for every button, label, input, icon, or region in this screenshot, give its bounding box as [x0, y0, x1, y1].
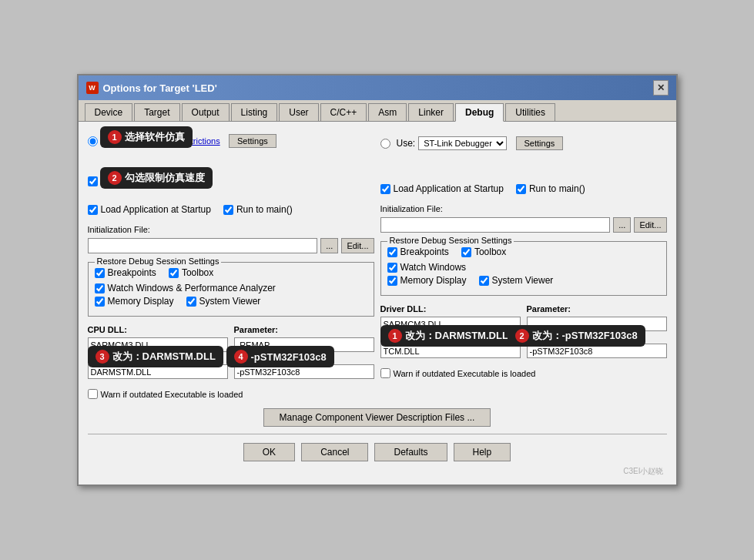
- right-edit-button[interactable]: Edit...: [634, 217, 666, 233]
- right-memory-label: Memory Display: [400, 275, 467, 286]
- right-warn-checkbox[interactable]: [380, 368, 390, 378]
- right-sysviewer-label: System Viewer: [492, 275, 554, 286]
- tab-cpp[interactable]: C/C++: [320, 103, 367, 121]
- left-toolbox-row: Toolbox: [169, 267, 213, 278]
- left-watch-checkbox[interactable]: [95, 283, 105, 293]
- left-mem-sysviewer-row: Memory Display System Viewer: [95, 296, 367, 309]
- right-browse-button[interactable]: ...: [613, 217, 631, 233]
- left-init-file-input[interactable]: [88, 238, 318, 253]
- tab-listing[interactable]: Listing: [231, 103, 278, 121]
- keil-icon: W: [86, 82, 99, 94]
- tab-output[interactable]: Output: [182, 103, 230, 121]
- left-restore-group-title: Restore Debug Session Settings: [95, 257, 222, 266]
- left-edit-button[interactable]: Edit...: [341, 238, 374, 253]
- badge-1: 1: [108, 130, 122, 144]
- use-debugger-radio[interactable]: [380, 139, 390, 149]
- left-restore-group: Restore Debug Session Settings Breakpoin…: [88, 262, 374, 317]
- right-memory-row: Memory Display: [387, 275, 467, 286]
- right-breakpoints-checkbox[interactable]: [387, 247, 397, 257]
- right-breakpoints-row: Breakpoints: [387, 246, 449, 257]
- left-toolbox-label: Toolbox: [182, 267, 213, 278]
- left-breakpoints-label: Breakpoints: [108, 267, 156, 278]
- main-two-col: Use Simulator with restrictions Settings…: [88, 129, 667, 399]
- left-toolbox-checkbox[interactable]: [169, 268, 179, 278]
- left-warn-row: Warn if outdated Executable is loaded: [88, 389, 374, 399]
- tab-user[interactable]: User: [279, 103, 318, 121]
- help-button[interactable]: Help: [454, 443, 511, 461]
- debugger-dropdown[interactable]: ST-Link Debugger: [418, 136, 507, 150]
- left-breakpoints-row: Breakpoints: [95, 267, 156, 278]
- left-watch-row: Watch Windows & Performance Analyzer: [95, 283, 367, 293]
- left-load-app-row: Load Application at Startup: [88, 204, 211, 215]
- tab-target[interactable]: Target: [134, 103, 179, 121]
- left-memory-label: Memory Display: [108, 296, 174, 307]
- use-label: Use:: [397, 138, 416, 149]
- tooltip-4: 4 -pSTM32F103c8: [226, 346, 334, 367]
- right-load-app-checkbox[interactable]: [380, 184, 390, 194]
- left-memory-row: Memory Display: [95, 296, 174, 307]
- right-init-file-input[interactable]: [380, 217, 611, 233]
- left-run-main-checkbox[interactable]: [223, 205, 233, 215]
- right-breakpoints-label: Breakpoints: [400, 246, 449, 257]
- tab-debug[interactable]: Debug: [455, 103, 504, 122]
- right-load-app-row: Load Application at Startup: [380, 183, 504, 194]
- dialog-title: Options for Target 'LED': [103, 82, 217, 94]
- left-load-app-label: Load Application at Startup: [101, 204, 211, 215]
- right-memory-checkbox[interactable]: [387, 276, 397, 286]
- title-bar: W Options for Target 'LED' ✕: [79, 75, 676, 100]
- right-mem-sysviewer-row: Memory Display System Viewer: [387, 275, 660, 288]
- right-init-file-row: ... Edit...: [380, 217, 667, 233]
- left-col: Use Simulator with restrictions Settings…: [88, 129, 374, 399]
- use-simulator-row: Use Simulator with restrictions Settings…: [88, 129, 374, 153]
- right-run-main-checkbox[interactable]: [516, 184, 526, 194]
- title-bar-left: W Options for Target 'LED': [86, 82, 217, 94]
- right-toolbox-checkbox[interactable]: [461, 247, 471, 257]
- badge-r2: 2: [515, 329, 529, 343]
- tab-linker[interactable]: Linker: [408, 103, 454, 121]
- right-sysviewer-row: System Viewer: [479, 275, 554, 286]
- watermark: C3EI小赵晓: [88, 466, 667, 477]
- right-toolbox-row: Toolbox: [461, 246, 506, 257]
- tooltip-r2: 2 改为：-pSTM32F103c8: [508, 325, 645, 347]
- tab-device[interactable]: Device: [85, 103, 133, 121]
- ok-button[interactable]: OK: [243, 443, 295, 461]
- left-cpu-dll-header: CPU DLL:: [88, 325, 228, 334]
- cancel-button[interactable]: Cancel: [301, 443, 368, 461]
- right-bp-toolbox-row: Breakpoints Toolbox: [387, 246, 660, 260]
- limit-speed-checkbox[interactable]: [88, 176, 98, 186]
- left-warn-label: Warn if outdated Executable is loaded: [101, 390, 243, 399]
- right-load-app-label: Load Application at Startup: [394, 183, 504, 194]
- tab-asm[interactable]: Asm: [368, 103, 407, 121]
- right-watch-row: Watch Windows: [387, 262, 660, 273]
- badge-2: 2: [108, 171, 122, 185]
- left-breakpoints-checkbox[interactable]: [95, 268, 105, 278]
- close-button[interactable]: ✕: [653, 80, 669, 96]
- tooltip-2: 2 勾选限制仿真速度: [100, 167, 213, 189]
- left-memory-checkbox[interactable]: [95, 297, 105, 307]
- left-browse-button[interactable]: ...: [320, 238, 338, 253]
- right-restore-group: Restore Debug Session Settings Breakpoin…: [380, 241, 667, 296]
- tooltip-1: 1 选择软件仿真: [100, 126, 193, 148]
- right-watch-checkbox[interactable]: [387, 263, 397, 273]
- left-load-run-row: Load Application at Startup Run to main(…: [88, 204, 374, 217]
- right-sysviewer-checkbox[interactable]: [479, 276, 489, 286]
- manage-component-button[interactable]: Manage Component Viewer Description File…: [263, 408, 491, 427]
- right-dll-section: Driver DLL: Parameter: Dialog DLL: Param…: [380, 304, 667, 358]
- left-param-header: Parameter:: [234, 325, 374, 334]
- tab-bar: Device Target Output Listing User C/C++ …: [79, 100, 676, 122]
- left-run-main-label: Run to main(): [236, 204, 293, 215]
- use-simulator-radio[interactable]: [88, 136, 98, 146]
- tab-utilities[interactable]: Utilities: [505, 103, 555, 121]
- defaults-button[interactable]: Defaults: [374, 443, 447, 461]
- right-run-main-label: Run to main(): [529, 183, 585, 194]
- tooltip-3: 3 改为：DARMSTM.DLL: [88, 346, 223, 367]
- left-load-app-checkbox[interactable]: [88, 205, 98, 215]
- left-warn-checkbox[interactable]: [88, 389, 98, 399]
- left-init-file-row: ... Edit...: [88, 238, 374, 253]
- right-settings-button[interactable]: Settings: [516, 136, 564, 150]
- left-settings-button[interactable]: Settings: [229, 134, 276, 148]
- left-sysviewer-checkbox[interactable]: [186, 297, 196, 307]
- bottom-button-row: OK Cancel Defaults Help: [88, 438, 667, 466]
- limit-speed-row: Limit Speed to Real-Time 2 勾选限制仿真速度: [88, 170, 374, 192]
- right-driver-dll-header: Driver DLL:: [380, 304, 521, 314]
